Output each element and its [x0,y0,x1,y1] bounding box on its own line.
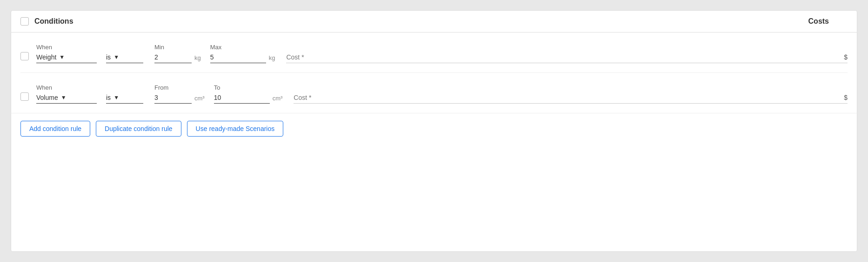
condition-row-1: When Weight ▼ is ▼ Min kg [20,33,848,73]
row1-operator-select[interactable]: is ▼ [106,53,143,63]
row2-to-label: To [214,84,283,91]
row1-when-group: When Weight ▼ [36,44,97,63]
row1-operator-label-spacer [97,44,143,51]
conditions-title: Conditions [34,17,73,26]
row1-field-value: Weight [36,53,56,61]
row1-dollar-sign: $ [844,53,848,61]
row1-min-label: Min [154,44,201,51]
header-checkbox[interactable] [20,17,29,26]
row2-to-unit: cm³ [273,95,283,102]
row1-max-group: Max kg [210,44,275,63]
card-header: Conditions Costs [11,11,857,33]
row1-when-label: When [36,44,97,51]
row1-max-unit: kg [269,54,275,61]
row2-operator-label-spacer [97,84,143,91]
footer: Add condition rule Duplicate condition r… [11,113,857,144]
row2-from-group: From cm³ [154,84,205,104]
condition-row-2: When Volume ▼ is ▼ From cm³ [20,73,848,113]
row2-operator-value: is [106,94,111,101]
row1-operator-group: is ▼ [97,44,143,63]
row2-cost-input[interactable] [294,94,841,103]
row1-min-unit: kg [194,54,201,61]
use-scenarios-button[interactable]: Use ready-made Scenarios [187,121,284,137]
row1-operator-value: is [106,53,111,61]
row1-max-input-unit: kg [210,53,275,63]
row2-to-input[interactable] [214,94,270,104]
row2-when-label: When [36,84,97,91]
row2-to-group: To cm³ [214,84,283,104]
row2-field-chevron-icon: ▼ [61,94,67,101]
row2-operator-chevron-icon: ▼ [114,94,119,101]
add-condition-button[interactable]: Add condition rule [20,121,90,137]
row2-checkbox[interactable] [20,92,29,101]
row1-min-group: Min kg [154,44,201,63]
row1-cost-label-spacer [286,44,848,51]
row1-min-input-unit: kg [154,53,201,63]
row1-field-chevron-icon: ▼ [59,54,65,60]
row1-cost-wrapper: $ [286,53,848,63]
duplicate-condition-button[interactable]: Duplicate condition rule [96,121,181,137]
row1-field-select[interactable]: Weight ▼ [36,53,97,63]
row2-to-input-unit: cm³ [214,94,283,104]
row1-max-input[interactable] [210,53,266,63]
conditions-card: Conditions Costs When Weight ▼ is ▼ [11,10,857,252]
row2-cost-group: $ [294,84,848,104]
row2-operator-select[interactable]: is ▼ [106,94,143,104]
row1-operator-chevron-icon: ▼ [114,54,119,60]
row1-max-label: Max [210,44,275,51]
row1-min-input[interactable] [154,53,192,63]
costs-title: Costs [808,17,848,26]
row1-checkbox[interactable] [20,52,29,60]
row2-dollar-sign: $ [844,94,848,101]
row2-operator-group: is ▼ [97,84,143,104]
rows-area: When Weight ▼ is ▼ Min kg [11,33,857,113]
row2-from-input[interactable] [154,94,192,104]
row2-cost-label-spacer [294,84,848,91]
row2-cost-wrapper: $ [294,94,848,104]
row2-from-unit: cm³ [194,95,205,102]
row2-from-label: From [154,84,205,91]
row2-field-select[interactable]: Volume ▼ [36,94,97,104]
header-left: Conditions [20,17,808,26]
row1-cost-input[interactable] [286,53,841,63]
row2-field-value: Volume [36,94,58,101]
row1-cost-group: $ [286,44,848,63]
row2-when-group: When Volume ▼ [36,84,97,104]
row2-from-input-unit: cm³ [154,94,205,104]
